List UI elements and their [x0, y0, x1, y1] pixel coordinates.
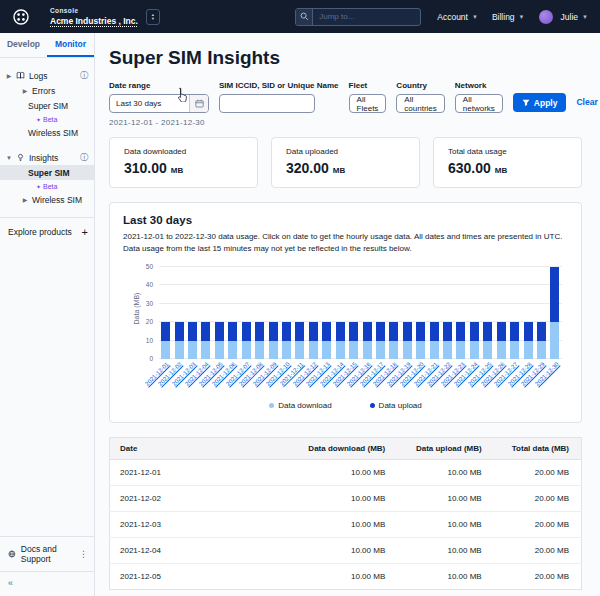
- chart-bar[interactable]: [161, 322, 170, 359]
- chevron-right-icon: ▶: [6, 72, 12, 79]
- bar-segment-data-download: [242, 341, 251, 359]
- bar-segment-data-download: [416, 341, 425, 359]
- legend-item-data-download[interactable]: Data download: [269, 401, 331, 410]
- legend-dot: [269, 403, 274, 408]
- bar-segment-data-download: [376, 341, 385, 359]
- legend-label: Data upload: [379, 401, 422, 410]
- sim-search-input[interactable]: [219, 94, 315, 113]
- sidebar-item-explore-products[interactable]: Explore products +: [0, 217, 94, 238]
- chart-bar[interactable]: [188, 322, 197, 359]
- docs-and-support[interactable]: Docs and Support ⋮: [0, 536, 94, 571]
- sidebar-nav: ▶ Logs ⓘ ▶ Errors Super SIM ✦ Beta: [0, 58, 94, 207]
- table-cell: 10.00 MB: [397, 512, 493, 538]
- chart-bar[interactable]: [175, 322, 184, 359]
- chart-bar[interactable]: [456, 322, 465, 359]
- table-cell: 2021-12-03: [110, 512, 289, 538]
- chart-bar[interactable]: [336, 322, 345, 359]
- chart-bar[interactable]: [269, 322, 278, 359]
- stat-label: Total data usage: [448, 147, 567, 156]
- bar-segment-data-upload: [470, 322, 479, 340]
- user-menu[interactable]: Julie ▼: [539, 10, 588, 24]
- chart-bar[interactable]: [215, 322, 224, 359]
- table-cell: 2021-12-01: [110, 460, 289, 486]
- chevron-down-icon: ▼: [6, 155, 12, 161]
- date-range-input[interactable]: Last 30 days: [109, 94, 209, 113]
- sidebar-item-insights-super-sim[interactable]: Super SIM: [0, 165, 94, 180]
- billing-menu[interactable]: Billing▼: [492, 12, 525, 22]
- fleet-select[interactable]: All Fleets: [349, 94, 387, 113]
- y-tick-label: 40: [135, 281, 153, 288]
- sidebar-item-logs[interactable]: ▶ Logs ⓘ: [6, 68, 88, 83]
- y-tick-label: 0: [135, 355, 153, 362]
- filter-bar: Date range Last 30 days 2021-12-01 - 202…: [109, 81, 582, 127]
- network-select[interactable]: All networks: [455, 94, 503, 113]
- chart-bar[interactable]: [322, 322, 331, 359]
- sidebar-item-logs-wireless-sim[interactable]: Wireless SIM: [6, 125, 88, 140]
- bar-segment-data-download: [188, 341, 197, 359]
- chart-bar[interactable]: [228, 322, 237, 359]
- legend-item-data-upload[interactable]: Data upload: [370, 401, 422, 410]
- tab-monitor[interactable]: Monitor: [47, 33, 94, 57]
- table-cell: 20.00 MB: [494, 512, 582, 538]
- chart-bar[interactable]: [282, 322, 291, 359]
- info-icon[interactable]: ⓘ: [80, 152, 88, 163]
- chart-bar[interactable]: [201, 322, 210, 359]
- chart-bar[interactable]: [242, 322, 251, 359]
- chart-bar[interactable]: [389, 322, 398, 359]
- table-cell: 10.00 MB: [289, 486, 397, 512]
- network-filter-label: Network: [455, 81, 503, 90]
- chart-bar[interactable]: [309, 322, 318, 359]
- stat-card-total: Total data usage 630.00 MB: [433, 137, 582, 188]
- table-row: 2021-12-0510.00 MB10.00 MB20.00 MB: [110, 564, 582, 590]
- info-icon[interactable]: ⓘ: [80, 70, 88, 81]
- apply-button[interactable]: Apply: [513, 93, 567, 112]
- chart-bar[interactable]: [416, 322, 425, 359]
- bar-segment-data-upload: [430, 322, 439, 340]
- date-range-filter: Date range Last 30 days 2021-12-01 - 202…: [109, 81, 209, 127]
- jump-to-search[interactable]: Jump to...: [295, 8, 421, 26]
- chart-bar[interactable]: [550, 267, 559, 359]
- country-select[interactable]: All countries: [396, 94, 444, 113]
- chart-bar[interactable]: [376, 322, 385, 359]
- account-name-link[interactable]: Acme Industries , Inc.: [50, 16, 138, 26]
- beta-badge: ✦ Beta: [6, 113, 88, 125]
- table-row: 2021-12-0110.00 MB10.00 MB20.00 MB: [110, 460, 582, 486]
- clear-all-link[interactable]: Clear all: [576, 97, 600, 107]
- twilio-logo-icon[interactable]: [12, 8, 30, 26]
- chart-bar[interactable]: [363, 322, 372, 359]
- chart-bar[interactable]: [403, 322, 412, 359]
- sidebar-item-insights-wireless-sim[interactable]: ▶ Wireless SIM: [6, 192, 88, 207]
- chart-bar[interactable]: [497, 322, 506, 359]
- calendar-icon[interactable]: [189, 95, 208, 112]
- legend-label: Data download: [278, 401, 331, 410]
- chart-bar[interactable]: [443, 322, 452, 359]
- account-menu[interactable]: Account▼: [437, 12, 478, 22]
- sim-filter: SIM ICCID, SID or Unique Name: [219, 81, 339, 113]
- bar-segment-data-download: [201, 341, 210, 359]
- kebab-menu-icon[interactable]: ⋮: [79, 549, 88, 559]
- chevron-down-icon: ▼: [582, 14, 588, 20]
- account-switcher-button[interactable]: ▴▾: [146, 9, 160, 25]
- table-header-row: Date Data download (MB) Data upload (MB)…: [110, 438, 582, 460]
- chart-bar[interactable]: [510, 322, 519, 359]
- sidebar-item-logs-super-sim[interactable]: Super SIM: [6, 98, 88, 113]
- stat-label: Data downloaded: [124, 147, 243, 156]
- chart-bar[interactable]: [524, 322, 533, 359]
- chart-bar[interactable]: [470, 322, 479, 359]
- sidebar-collapse-button[interactable]: «: [0, 571, 94, 596]
- sidebar-item-insights[interactable]: ▼ Insights ⓘ: [6, 150, 88, 165]
- bar-segment-data-download: [389, 341, 398, 359]
- chart-bar[interactable]: [295, 322, 304, 359]
- bar-segment-data-upload: [537, 322, 546, 340]
- chart-bar[interactable]: [483, 322, 492, 359]
- chart-bar[interactable]: [537, 322, 546, 359]
- chart-bar[interactable]: [430, 322, 439, 359]
- globe-icon: [8, 549, 16, 559]
- tab-develop[interactable]: Develop: [0, 33, 47, 57]
- bar-segment-data-download: [215, 341, 224, 359]
- y-tick-label: 30: [135, 300, 153, 307]
- chart-bar[interactable]: [349, 322, 358, 359]
- chart-bar[interactable]: [255, 322, 264, 359]
- sidebar-item-errors[interactable]: ▶ Errors: [6, 83, 88, 98]
- bar-segment-data-download: [228, 341, 237, 359]
